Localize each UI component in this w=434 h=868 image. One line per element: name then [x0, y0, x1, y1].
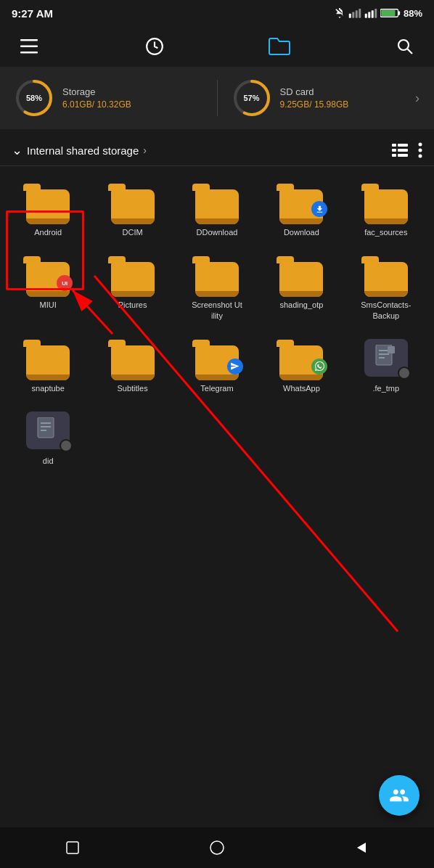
whatsapp-badge-icon — [311, 359, 327, 374]
menu-icon — [20, 39, 38, 54]
folder-sms-contacts-backup-icon — [361, 252, 411, 297]
nav-recent-button[interactable] — [60, 835, 86, 861]
sdcard-arrow-icon: › — [415, 91, 419, 106]
svg-rect-0 — [349, 14, 351, 18]
internal-storage-card[interactable]: 58% Storage 6.01GB/ 10.32GB — [15, 78, 202, 118]
folder-sms-contacts-backup[interactable]: SmsContacts-Backup — [344, 247, 428, 325]
signal-icon-2 — [364, 8, 377, 18]
svg-rect-25 — [392, 154, 396, 157]
miui-badge-icon: UI — [57, 275, 73, 291]
fe-tmp-doc-icon — [364, 339, 408, 377]
folder-shading-otp-label: shading_otp — [279, 300, 323, 310]
svg-rect-12 — [20, 46, 38, 48]
fab-clean-button[interactable] — [379, 775, 419, 816]
sdcard-storage-info: SD card 9.25GB/ 15.98GB — [280, 86, 349, 110]
svg-rect-4 — [365, 14, 367, 18]
svg-rect-13 — [20, 52, 38, 54]
internal-storage-info: Storage 6.01GB/ 10.32GB — [62, 86, 131, 110]
search-button[interactable] — [393, 35, 417, 58]
svg-rect-26 — [398, 154, 408, 157]
folder-snaptube-icon — [23, 335, 73, 380]
folder-shading-otp[interactable]: shading_otp — [259, 247, 343, 325]
folder-subtitles-icon — [108, 335, 157, 380]
folder-fac-sources-label: fac_sources — [364, 227, 407, 237]
signal-icon-1 — [348, 8, 361, 18]
list-view-icon[interactable] — [392, 144, 408, 157]
svg-point-15 — [398, 40, 409, 50]
battery-percentage: 88% — [404, 8, 422, 19]
nav-back-button[interactable] — [348, 835, 374, 861]
svg-rect-6 — [372, 10, 374, 18]
folder-miui[interactable]: UI MIUI — [6, 247, 90, 325]
folder-whatsapp[interactable]: WhatsApp — [259, 331, 343, 398]
sdcard-storage-usage: 9.25GB/ 15.98GB — [280, 99, 349, 110]
folder-miui-label: MIUI — [40, 300, 57, 310]
collapse-icon[interactable]: ⌄ — [12, 142, 22, 158]
folder-snaptube[interactable]: snaptube — [6, 331, 90, 398]
telegram-badge-icon — [227, 359, 243, 374]
folder-ddownload[interactable]: DDownload — [175, 175, 259, 242]
svg-rect-5 — [368, 12, 370, 18]
file-nav-bar: ⌄ Internal shared storage › — [0, 135, 434, 166]
svg-rect-35 — [388, 346, 395, 353]
folder-whatsapp-label: WhatsApp — [283, 383, 320, 393]
more-options-icon[interactable] — [418, 142, 422, 158]
clean-icon — [389, 785, 409, 806]
folder-android-label: Android — [34, 227, 62, 237]
folder-dcim[interactable]: DCIM — [90, 175, 174, 242]
folder-download[interactable]: Download — [259, 175, 343, 242]
svg-point-29 — [419, 155, 422, 158]
breadcrumb-arrow-icon: › — [143, 144, 147, 156]
sdcard-storage-card[interactable]: 57% SD card 9.25GB/ 15.98GB › — [232, 78, 420, 118]
svg-point-46 — [210, 841, 224, 854]
folder-pictures[interactable]: Pictures — [90, 247, 174, 325]
svg-rect-7 — [374, 9, 377, 18]
svg-rect-11 — [20, 39, 38, 41]
folder-nav-icon — [268, 37, 291, 56]
status-time: 9:27 AM — [12, 7, 53, 20]
folder-fac-sources[interactable]: fac_sources — [344, 175, 428, 242]
folder-fe-tmp-label: .fe_tmp — [372, 383, 399, 393]
folder-dcim-icon — [108, 179, 157, 224]
svg-rect-37 — [38, 417, 54, 438]
folder-android-icon — [23, 179, 73, 224]
svg-rect-45 — [67, 842, 78, 853]
internal-percent-label: 58% — [26, 94, 42, 102]
breadcrumb-area[interactable]: ⌄ Internal shared storage › — [12, 142, 386, 158]
nav-home-button[interactable] — [204, 835, 230, 861]
folder-telegram[interactable]: Telegram — [175, 331, 259, 398]
breadcrumb-label: Internal shared storage — [27, 144, 139, 157]
svg-marker-47 — [357, 843, 366, 853]
folder-screenshot-utility[interactable]: Screenshot Utility — [175, 247, 259, 325]
history-button[interactable] — [143, 35, 166, 58]
folder-sms-contacts-backup-label: SmsContacts-Backup — [361, 300, 412, 321]
folder-subtitles[interactable]: Subtitles — [90, 331, 174, 398]
toolbar — [0, 26, 434, 67]
svg-rect-10 — [381, 10, 395, 16]
folder-pictures-icon — [108, 252, 157, 297]
fe-tmp-corner-icon — [398, 367, 411, 380]
folder-pictures-label: Pictures — [118, 300, 147, 310]
svg-point-28 — [419, 149, 422, 152]
svg-line-16 — [407, 49, 412, 54]
did-corner-icon — [60, 439, 73, 452]
folder-whatsapp-icon — [277, 335, 326, 380]
folder-fe-tmp[interactable]: .fe_tmp — [344, 331, 428, 398]
svg-rect-9 — [398, 11, 400, 15]
folder-ddownload-label: DDownload — [197, 227, 238, 237]
folder-dcim-label: DCIM — [123, 227, 143, 237]
recent-apps-icon — [65, 840, 80, 855]
storage-section: 58% Storage 6.01GB/ 10.32GB 57% SD card … — [0, 67, 434, 129]
folder-android[interactable]: Android — [6, 175, 90, 242]
menu-button[interactable] — [17, 35, 41, 58]
folder-fac-sources-icon — [361, 179, 411, 224]
folder-download-label: Download — [284, 227, 319, 237]
folder-button[interactable] — [268, 35, 291, 58]
folder-did[interactable]: did — [6, 404, 90, 470]
folder-shading-otp-icon — [277, 252, 326, 297]
bottom-navigation — [0, 827, 434, 868]
svg-rect-1 — [352, 12, 354, 18]
folder-miui-icon: UI — [23, 252, 73, 297]
status-bar: 9:27 AM 88% — [0, 0, 434, 26]
folder-snaptube-label: snaptube — [32, 383, 65, 393]
